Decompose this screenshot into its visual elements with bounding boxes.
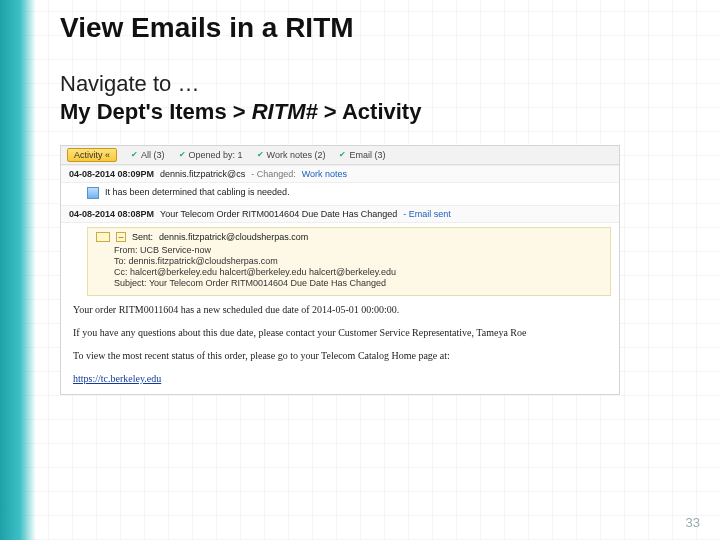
- email-body-line3: To view the most recent status of this o…: [73, 348, 607, 363]
- filter-work-notes[interactable]: Work notes (2): [257, 150, 326, 160]
- activity-entry-header: 04-08-2014 08:08PM Your Telecom Order RI…: [61, 206, 619, 223]
- entry-changed-field: Work notes: [302, 169, 347, 179]
- entry-timestamp: 04-08-2014 08:08PM: [69, 209, 154, 219]
- collapse-icon[interactable]: –: [116, 232, 126, 242]
- filter-opened-by[interactable]: Opened by: 1: [179, 150, 243, 160]
- navigate-path: My Dept's Items > RITM# > Activity: [60, 99, 700, 125]
- email-body-link[interactable]: https://tc.berkeley.edu: [73, 373, 161, 384]
- activity-entry-email: 04-08-2014 08:08PM Your Telecom Order RI…: [61, 205, 619, 386]
- activity-entry-worknote: 04-08-2014 08:09PM dennis.fitzpatrick@cs…: [61, 165, 619, 205]
- email-to: dennis.fitzpatrick@cloudsherpas.com: [129, 256, 278, 266]
- email-cc: halcert@berkeley.edu halcert@berkeley.ed…: [130, 267, 396, 277]
- activity-entry-body: It has been determined that cabling is n…: [61, 183, 619, 205]
- email-body: Your order RITM0011604 has a new schedul…: [73, 302, 607, 386]
- activity-entry-header: 04-08-2014 08:09PM dennis.fitzpatrick@cs…: [61, 166, 619, 183]
- activity-toggle-button[interactable]: Activity «: [67, 148, 117, 162]
- filter-email[interactable]: Email (3): [339, 150, 385, 160]
- slide-content: View Emails in a RITM Navigate to … My D…: [60, 12, 700, 528]
- nav-path-suffix: > Activity: [318, 99, 422, 124]
- slide-title: View Emails in a RITM: [60, 12, 700, 44]
- nav-path-prefix: My Dept's Items >: [60, 99, 252, 124]
- email-sent-label: Sent:: [132, 232, 153, 242]
- email-sent-value: dennis.fitzpatrick@cloudsherpas.com: [159, 232, 308, 242]
- entry-changed-prefix: - Changed:: [251, 169, 296, 179]
- email-from: UCB Service-now: [140, 245, 211, 255]
- page-number: 33: [686, 515, 700, 530]
- navigate-label: Navigate to …: [60, 70, 700, 99]
- entry-email-sent-tag: - Email sent: [403, 209, 451, 219]
- activity-stream-screenshot: Activity « All (3) Opened by: 1 Work not…: [60, 145, 620, 395]
- envelope-icon: [96, 232, 110, 242]
- entry-timestamp: 04-08-2014 08:09PM: [69, 169, 154, 179]
- email-body-line2: If you have any questions about this due…: [73, 325, 607, 340]
- email-body-line1: Your order RITM0011604 has a new schedul…: [73, 302, 607, 317]
- slide-accent-bar: [0, 0, 36, 540]
- filter-all[interactable]: All (3): [131, 150, 165, 160]
- entry-subject: Your Telecom Order RITM0014604 Due Date …: [160, 209, 397, 219]
- entry-user: dennis.fitzpatrick@cs: [160, 169, 245, 179]
- activity-filter-bar: Activity « All (3) Opened by: 1 Work not…: [61, 146, 619, 165]
- email-subject: Your Telecom Order RITM0014604 Due Date …: [149, 278, 386, 288]
- worknote-text: It has been determined that cabling is n…: [105, 187, 290, 197]
- email-header-block: – Sent: dennis.fitzpatrick@cloudsherpas.…: [87, 227, 611, 296]
- nav-path-ritm: RITM#: [252, 99, 318, 124]
- worknote-icon: [87, 187, 99, 199]
